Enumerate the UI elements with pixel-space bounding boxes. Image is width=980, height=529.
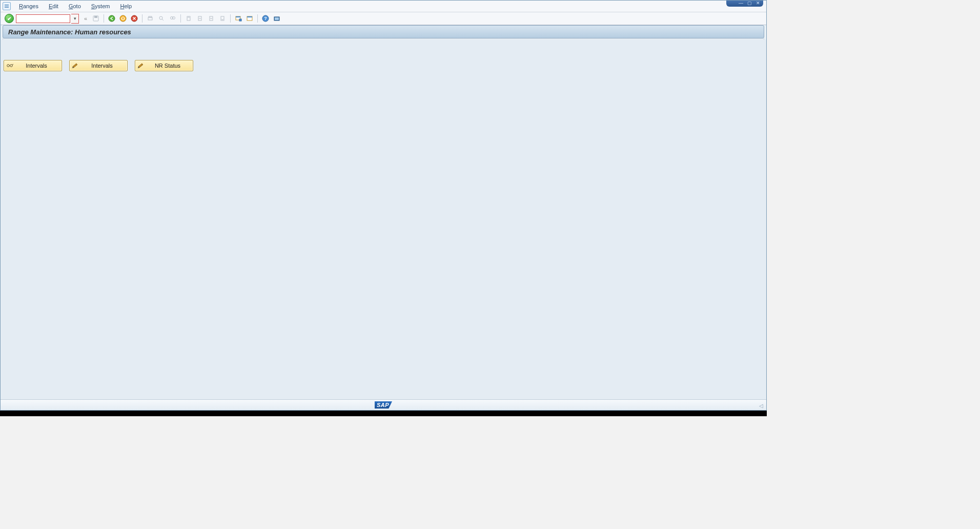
toolbar-separator [257,14,258,23]
menu-item-system[interactable]: System [86,2,115,10]
toolbar-separator [104,14,104,23]
svg-rect-9 [149,16,152,17]
first-page-icon [184,14,193,23]
sap-gui-window: — ▢ ✕ Ranges Edit Goto System Help ✔ ▾ « [0,0,767,411]
menu-item-goto[interactable]: Goto [64,2,86,10]
svg-rect-20 [239,19,241,21]
svg-rect-26 [275,17,279,20]
customize-layout-icon[interactable] [272,14,281,23]
toolbar-separator [180,14,181,23]
next-page-icon [207,14,216,23]
svg-rect-1 [5,6,9,7]
close-icon[interactable]: ✕ [756,1,760,6]
svg-rect-33 [138,64,143,68]
svg-rect-8 [148,17,152,20]
menu-bar: Ranges Edit Goto System Help [1,1,766,12]
svg-line-11 [162,19,164,21]
menu-item-help[interactable]: Help [115,2,137,10]
menu-item-ranges[interactable]: Ranges [14,2,44,10]
svg-rect-0 [5,5,9,5]
nr-status-button[interactable]: NR Status [135,60,193,71]
toolbar-collapse-icon[interactable]: « [82,14,89,23]
last-page-icon [218,14,227,23]
command-field[interactable] [16,14,70,23]
svg-rect-16 [210,16,213,21]
window-controls: — ▢ ✕ [726,0,763,7]
svg-point-27 [7,65,10,67]
screen-title-text: Range Maintenance: Human resources [8,28,131,36]
svg-rect-22 [247,16,252,17]
find-icon [157,14,166,23]
sap-logo: SAP [375,401,392,409]
svg-rect-2 [5,7,9,8]
enter-icon[interactable]: ✔ [5,14,14,23]
svg-text:?: ? [264,16,267,21]
svg-rect-31 [73,64,77,68]
status-expand-icon[interactable]: ◁ [759,403,763,409]
restore-icon[interactable]: ▢ [747,1,752,6]
button-label: NR Status [145,63,191,69]
svg-rect-15 [198,16,201,21]
toolbar-separator [230,14,231,23]
edit-icon [72,62,79,69]
save-icon[interactable] [91,14,100,23]
print-icon [146,14,155,23]
new-session-icon[interactable] [234,14,243,23]
help-icon[interactable]: ? [261,14,270,23]
command-dropdown-icon[interactable]: ▾ [71,14,79,24]
menu-item-edit[interactable]: Edit [44,2,64,10]
screen-title: Range Maintenance: Human resources [3,25,764,38]
svg-rect-19 [236,16,240,17]
display-icon [6,62,13,69]
back-icon[interactable] [107,14,116,23]
content-area: Intervals Intervals NR Status [1,39,766,400]
button-label: Intervals [79,63,125,69]
svg-point-28 [10,65,13,67]
cancel-icon[interactable] [130,14,139,23]
app-menu-icon[interactable] [3,2,11,10]
display-intervals-button[interactable]: Intervals [4,60,62,71]
edit-icon [137,62,145,69]
prev-page-icon [195,14,205,23]
minimize-icon[interactable]: — [739,1,743,6]
svg-rect-4 [94,16,97,18]
exit-icon[interactable] [118,14,128,23]
command-field-wrap: ▾ [16,14,79,24]
button-label: Intervals [13,63,59,69]
button-row: Intervals Intervals NR Status [4,60,763,71]
find-next-icon [168,14,177,23]
standard-toolbar: ✔ ▾ « ? [1,12,766,25]
create-shortcut-icon[interactable] [245,14,254,23]
change-intervals-button[interactable]: Intervals [69,60,128,71]
toolbar-separator [142,14,142,23]
svg-point-5 [109,15,115,22]
status-bar: SAP ◁ [1,399,766,410]
